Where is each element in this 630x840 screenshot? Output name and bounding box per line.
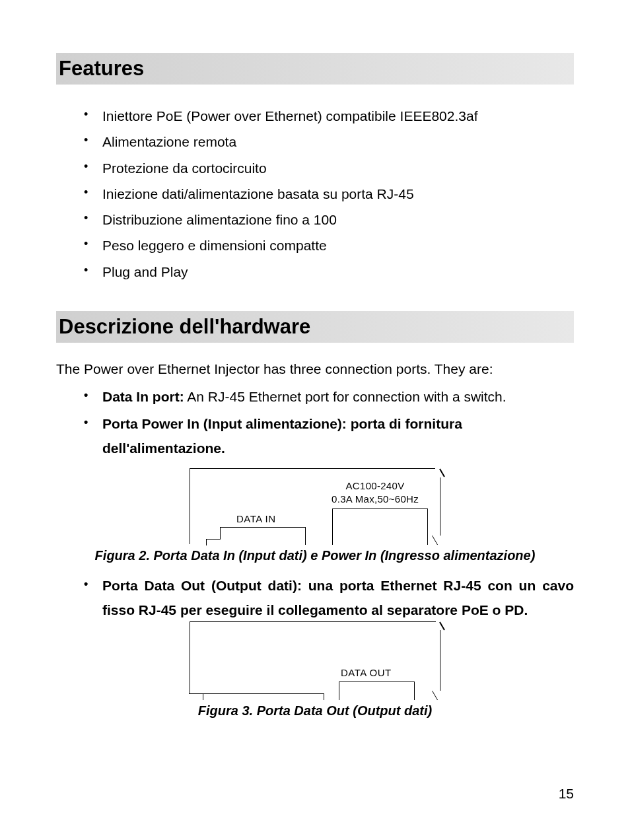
hardware-heading: Descrizione dell'hardware [56,311,574,343]
list-item: Iniezione dati/alimentazione basata su p… [84,181,574,207]
page-number: 15 [559,786,574,802]
list-item: Iniettore PoE (Power over Ethernet) comp… [84,103,574,129]
figure-2-container: DATA IN AC100-240V 0.3A Max,50~60Hz Figu… [56,468,574,563]
data-in-label: DATA IN [236,513,276,524]
data-out-port [339,682,415,700]
bottom-ledge [202,693,324,700]
hardware-list: Data In port: An RJ-45 Ethernet port for… [56,384,574,462]
item-bold: Porta Data Out (Output dati): una porta … [102,578,574,617]
list-item: Protezione da cortocircuito [84,155,574,181]
list-item: Porta Power In (Input alimentazione): po… [84,411,574,462]
data-in-port [220,527,306,545]
list-item: Porta Data Out (Output dati): una porta … [84,573,574,624]
ac-spec-label: 0.3A Max,50~60Hz [319,493,431,506]
figure-3-container: DATA OUT Figura 3. Porta Data Out (Outpu… [56,621,574,718]
item-rest: An RJ-45 Ethernet port for connection wi… [184,389,507,404]
item-bold: Porta Power In (Input alimentazione): po… [102,416,462,456]
list-item: Plug and Play [84,259,574,285]
data-out-label: DATA OUT [341,667,392,678]
power-in-port [332,508,428,545]
list-item: Alimentazione remota [84,129,574,155]
figure-2-caption: Figura 2. Porta Data In (Input dati) e P… [95,548,536,563]
features-list: Iniettore PoE (Power over Ethernet) comp… [56,103,574,285]
ac-voltage-label: AC100-240V [319,479,431,493]
figure-3-caption: Figura 3. Porta Data Out (Output dati) [198,703,432,718]
list-item: Distribuzione alimentazione fino a 100 [84,207,574,232]
figure-2-diagram: DATA IN AC100-240V 0.3A Max,50~60Hz [190,468,440,544]
list-item: Peso leggero e dimensioni compatte [84,232,574,258]
hardware-list-cont: Porta Data Out (Output dati): una porta … [56,573,574,624]
figure-3-diagram: DATA OUT [190,621,440,699]
list-item: Data In port: An RJ-45 Ethernet port for… [84,384,574,411]
hardware-intro: The Power over Ethernet Injector has thr… [56,361,574,377]
item-bold: Data In port: [102,389,184,404]
features-heading: Features [56,53,574,85]
